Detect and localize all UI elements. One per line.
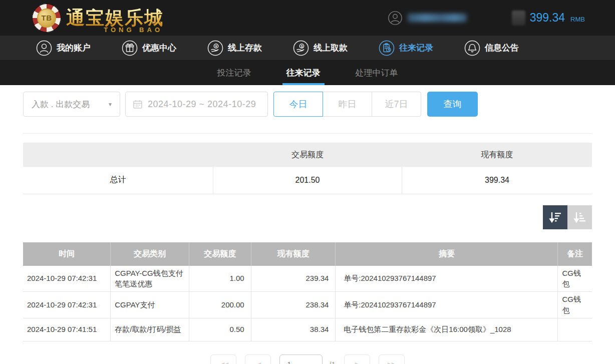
today-button[interactable]: 今日 [273, 92, 323, 117]
quick-date-group: 今日 昨日 近7日 [273, 92, 421, 117]
search-button[interactable]: 查询 [427, 92, 478, 117]
summary-table: 交易额度 现有额度 总计 201.50 399.34 [23, 143, 592, 194]
sort-ascending-button[interactable] [567, 205, 592, 229]
nav-label: 信息公告 [485, 42, 519, 54]
col-balance: 现有额度 [251, 242, 336, 266]
summary-total-balance: 399.34 [402, 167, 592, 194]
col-summary: 摘要 [336, 242, 558, 266]
total-pages-label: /1 [329, 354, 336, 364]
nav-item-my-account[interactable]: 我的账户 [36, 40, 91, 56]
tab-processing-orders[interactable]: 处理中订单 [355, 61, 399, 85]
col-category: 交易类别 [111, 242, 189, 266]
calendar-icon [133, 99, 143, 109]
top-header: TB 通宝娱乐城 TONG BAO 399.34 RMB [0, 0, 615, 36]
cell-balance: 238.34 [251, 292, 336, 318]
first-page-icon: ◀◀ [219, 360, 227, 364]
cell-note: CG钱包 [558, 292, 592, 318]
last-page-button[interactable]: ▶▶ [379, 354, 405, 364]
wallet-icon [512, 11, 525, 26]
cell-category: CGPAY-CG钱包支付笔笔送优惠 [111, 266, 189, 292]
next-page-icon: ▶ [355, 360, 359, 364]
records-icon [379, 40, 395, 56]
cell-time: 2024-10-29 07:42:31 [23, 292, 111, 318]
date-range-value: 2024-10-29 ~ 2024-10-29 [148, 99, 256, 110]
brand-logo[interactable]: TB 通宝娱乐城 TONG BAO [32, 4, 164, 33]
summary-total-label: 总计 [23, 167, 213, 194]
balance-display[interactable]: 399.34 RMB [512, 11, 585, 26]
date-range-input[interactable]: 2024-10-29 ~ 2024-10-29 [125, 92, 268, 117]
chip-monogram: TB [37, 9, 56, 28]
table-row: 2024-10-29 07:42:31 CGPAY支付 200.00 238.3… [23, 292, 592, 318]
cell-summary: 单号:202410293767144897 [336, 266, 558, 292]
user-avatar-icon [388, 11, 403, 26]
main-nav: 我的账户 优惠中心 ¥ 线上存款 [0, 36, 615, 61]
nav-label: 优惠中心 [142, 42, 176, 54]
cell-balance: 38.34 [251, 318, 336, 341]
nav-item-transactions[interactable]: 往来记录 [379, 40, 433, 56]
record-subtabs: 投注记录 往来记录 处理中订单 [0, 61, 615, 85]
cell-summary: 单号:202410293767144897 [336, 292, 558, 318]
first-page-button[interactable]: ◀◀ [210, 354, 236, 364]
col-note: 备注 [558, 242, 592, 266]
table-row: 2024-10-29 07:42:31 CGPAY-CG钱包支付笔笔送优惠 1.… [23, 266, 592, 292]
previous-page-icon: ◀ [256, 360, 260, 364]
poker-chip-icon: TB [32, 4, 61, 33]
deposit-icon: ¥ [207, 40, 223, 56]
topbar-right: 399.34 RMB [388, 11, 585, 26]
table-header-row: 时间 交易类别 交易额度 现有额度 摘要 备注 [23, 242, 592, 266]
cell-amount: 1.00 [189, 266, 251, 292]
current-page-value: 1 [287, 360, 291, 364]
cell-category: CGPAY支付 [111, 292, 189, 318]
nav-label: 往来记录 [399, 42, 433, 54]
summary-header-balance: 现有额度 [402, 143, 592, 167]
filter-bar: 入款 . 出款交易 ▼ 2024-10-29 ~ 2024-10-29 今日 昨… [23, 92, 592, 117]
nav-item-promotions[interactable]: 优惠中心 [122, 40, 176, 56]
user-icon [36, 40, 52, 56]
bell-icon [464, 40, 480, 56]
yesterday-button[interactable]: 昨日 [323, 92, 372, 117]
cell-amount: 200.00 [189, 292, 251, 318]
summary-header-empty [23, 143, 213, 167]
main-content: 入款 . 出款交易 ▼ 2024-10-29 ~ 2024-10-29 今日 昨… [0, 92, 615, 364]
previous-page-button[interactable]: ◀ [245, 354, 271, 364]
chevron-down-icon: ▼ [108, 102, 113, 107]
last7days-button[interactable]: 近7日 [372, 92, 421, 117]
nav-item-deposit[interactable]: ¥ 线上存款 [207, 40, 262, 56]
pagination: ◀◀ ◀ 1 ⌄ /1 ▶ ▶▶ [23, 354, 592, 364]
sort-descending-icon [549, 211, 562, 223]
transaction-type-select[interactable]: 入款 . 出款交易 ▼ [23, 92, 120, 117]
svg-text:¥: ¥ [215, 44, 217, 48]
nav-label: 我的账户 [57, 42, 91, 54]
cell-time: 2024-10-29 07:41:51 [23, 318, 111, 341]
selected-type: 入款 . 出款交易 [32, 99, 90, 110]
tab-transaction-records[interactable]: 往来记录 [285, 61, 322, 85]
brand-name: 通宝娱乐城 [66, 9, 164, 27]
next-page-button[interactable]: ▶ [344, 354, 370, 364]
page-root: TB 通宝娱乐城 TONG BAO 399.34 RMB [0, 0, 615, 364]
table-row: 2024-10-29 07:41:51 存款/取款/打码/损益 0.50 38.… [23, 318, 592, 341]
col-time: 时间 [23, 242, 111, 266]
nav-item-announcements[interactable]: 信息公告 [464, 40, 519, 56]
brand-name-en: TONG BAO [104, 27, 163, 33]
cell-note: CG钱包 [558, 266, 592, 292]
sort-ascending-icon [573, 211, 586, 223]
balance-currency: RMB [570, 13, 585, 23]
svg-text:$: $ [301, 44, 303, 48]
summary-total-row: 总计 201.50 399.34 [23, 167, 592, 194]
summary-header-row: 交易额度 现有额度 [23, 143, 592, 167]
page-number-select[interactable]: 1 ⌄ [279, 354, 323, 364]
sort-controls [23, 205, 592, 229]
cell-note [558, 318, 592, 341]
nav-item-withdraw[interactable]: $ 线上取款 [293, 40, 348, 56]
sort-descending-button[interactable] [543, 205, 567, 229]
gift-icon [122, 40, 138, 56]
summary-total-amount: 201.50 [213, 167, 402, 194]
last-page-icon: ▶▶ [388, 360, 396, 364]
tab-bet-records[interactable]: 投注记录 [216, 61, 252, 85]
username-redacted [408, 14, 467, 22]
summary-header-amount: 交易额度 [213, 143, 402, 167]
nav-label: 线上取款 [314, 42, 348, 54]
section-divider [23, 133, 592, 134]
withdraw-icon: $ [293, 40, 309, 56]
user-account[interactable] [388, 11, 467, 26]
